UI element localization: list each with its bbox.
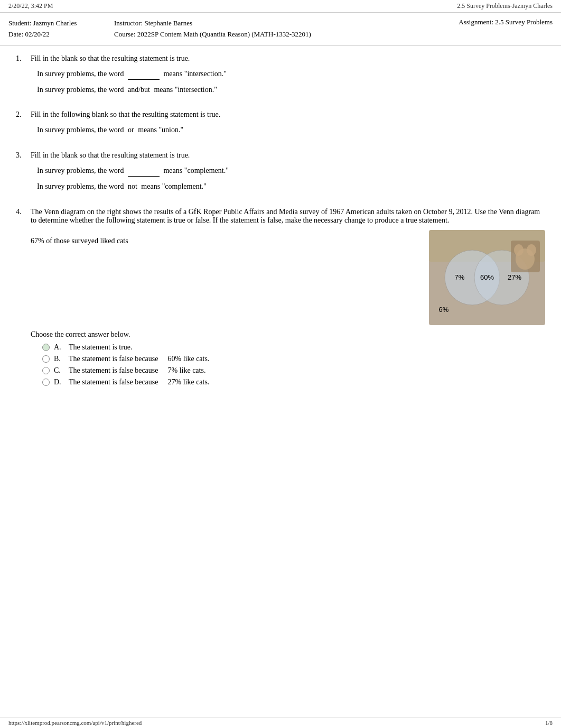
q1-s1-prefix: In survey problems, the word <box>37 70 124 78</box>
assignment-value: 2.5 Survey Problems <box>495 18 553 26</box>
q3-number: 3. <box>16 151 26 160</box>
q3-stmt1: In survey problems, the word means "comp… <box>37 165 545 177</box>
radio-c[interactable] <box>42 367 50 374</box>
question-4: 4. The Venn diagram on the right shows t… <box>16 208 545 386</box>
date-label: Date: <box>8 30 23 38</box>
question-2: 2. Fill in the following blank so that t… <box>16 110 545 136</box>
q1-stmt1: In survey problems, the word means "inte… <box>37 68 545 80</box>
q1-s1-suffix: means "intersection." <box>163 70 227 78</box>
date-line: Date: 02/20/22 <box>8 29 104 40</box>
q3-header: 3. Fill in the blank so that the resulti… <box>16 151 545 160</box>
venn-diagram: 7% 60% 27% 6% <box>429 230 545 325</box>
q2-s1-suffix: means "union." <box>138 126 183 134</box>
q2-header: 2. Fill in the following blank so that t… <box>16 110 545 119</box>
main-content: 1. Fill in the blank so that the resulti… <box>0 46 561 410</box>
q3-s1-prefix: In survey problems, the word <box>37 167 124 174</box>
svg-point-7 <box>527 244 536 256</box>
student-name: Jazmyn Charles <box>33 19 77 27</box>
venn-label-bottom: 6% <box>439 306 449 314</box>
q1-number: 1. <box>16 54 26 63</box>
choice-c-value: 7% like cats. <box>167 366 205 375</box>
choice-a[interactable]: A. The statement is true. <box>42 343 545 352</box>
course-label: Course: <box>114 30 135 38</box>
q4-header: 4. The Venn diagram on the right shows t… <box>16 208 545 225</box>
assignment-info: Assignment: 2.5 Survey Problems <box>459 18 553 26</box>
assignment-label: Assignment: <box>459 18 493 26</box>
q1-s2-prefix: In survey problems, the word <box>37 86 124 94</box>
q2-stmt1: In survey problems, the word or means "u… <box>37 124 545 136</box>
venn-label-center: 60% <box>480 273 494 281</box>
course-info: Instructor: Stephanie Barnes Course: 202… <box>114 18 448 40</box>
header-section: Student: Jazmyn Charles Date: 02/20/22 I… <box>0 13 561 46</box>
q4-instruction: The Venn diagram on the right shows the … <box>31 208 545 225</box>
venn-svg: 7% 60% 27% 6% <box>429 230 545 325</box>
course-line: Course: 2022SP Contem Math (Quantita Rea… <box>114 29 448 40</box>
q3-stmt2: In survey problems, the word not means "… <box>37 181 545 192</box>
footer-url: https://xlitemprod.pearsoncmg.com/api/v1… <box>8 720 142 726</box>
q1-stmt2: In survey problems, the word and/but mea… <box>37 84 545 96</box>
q4-choose-label: Choose the correct answer below. <box>31 330 545 339</box>
q3-s1-suffix: means "complement." <box>163 167 228 174</box>
q2-instruction: Fill in the following blank so that the … <box>31 110 220 119</box>
q1-header: 1. Fill in the blank so that the resulti… <box>16 54 545 63</box>
q3-answer1: not <box>128 182 137 190</box>
choice-c-letter: C. <box>54 366 64 375</box>
student-info: Student: Jazmyn Charles Date: 02/20/22 <box>8 18 104 40</box>
choice-a-text: The statement is true. <box>69 343 133 352</box>
choice-d-text: The statement is false because <box>69 378 158 386</box>
choice-d-value: 27% like cats. <box>167 378 209 386</box>
radio-a[interactable] <box>42 344 50 351</box>
q2-s1-prefix: In survey problems, the word <box>37 126 124 134</box>
question-1: 1. Fill in the blank so that the resulti… <box>16 54 545 96</box>
svg-point-6 <box>514 244 523 256</box>
q2-answer1: or <box>128 126 134 134</box>
q2-number: 2. <box>16 110 26 119</box>
q1-s2-suffix: means "intersection." <box>154 86 217 94</box>
radio-b[interactable] <box>42 355 50 363</box>
choice-c[interactable]: C. The statement is false because 7% lik… <box>42 366 545 375</box>
datetime-label: 2/20/22, 3:42 PM <box>8 2 53 10</box>
q3-s2-prefix: In survey problems, the word <box>37 182 124 190</box>
student-name-line: Student: Jazmyn Charles <box>8 18 104 29</box>
q4-body: 67% of those surveyed liked cats 7% 60% <box>31 230 545 325</box>
q4-number: 4. <box>16 208 26 225</box>
q3-s2-suffix: means "complement." <box>141 182 206 190</box>
top-bar: 2/20/22, 3:42 PM 2.5 Survey Problems-Jaz… <box>0 0 561 13</box>
choice-b-value: 60% like cats. <box>167 355 209 363</box>
q1-instruction: Fill in the blank so that the resulting … <box>31 54 190 63</box>
instructor-name: Stephanie Barnes <box>144 19 192 27</box>
choice-c-text: The statement is false because <box>69 366 158 375</box>
answer-choices: A. The statement is true. B. The stateme… <box>42 343 545 386</box>
choice-a-letter: A. <box>54 343 64 352</box>
page-title: 2.5 Survey Problems-Jazmyn Charles <box>457 2 553 10</box>
q3-blank1[interactable] <box>128 168 160 177</box>
date-value: 02/20/22 <box>25 30 49 38</box>
q4-statement-line: 67% of those surveyed liked cats <box>31 235 418 247</box>
student-label: Student: <box>8 19 31 27</box>
choice-b-letter: B. <box>54 355 64 363</box>
choice-d[interactable]: D. The statement is false because 27% li… <box>42 378 545 386</box>
instructor-label: Instructor: <box>114 19 143 27</box>
q1-answer1: and/but <box>128 86 150 94</box>
q4-statement: 67% of those surveyed liked cats <box>31 230 418 325</box>
choice-b[interactable]: B. The statement is false because 60% li… <box>42 355 545 363</box>
venn-label-right: 27% <box>508 273 521 281</box>
instructor-line: Instructor: Stephanie Barnes <box>114 18 448 29</box>
choice-d-letter: D. <box>54 378 64 386</box>
choice-b-text: The statement is false because <box>69 355 158 363</box>
course-value: 2022SP Contem Math (Quantita Reason) (MA… <box>137 30 311 38</box>
q1-blank1[interactable] <box>128 71 160 80</box>
radio-d[interactable] <box>42 379 50 386</box>
venn-label-left: 7% <box>455 273 465 281</box>
footer-page: 1/8 <box>545 720 553 726</box>
footer: https://xlitemprod.pearsoncmg.com/api/v1… <box>0 717 561 728</box>
q3-instruction: Fill in the blank so that the resulting … <box>31 151 190 160</box>
question-3: 3. Fill in the blank so that the resulti… <box>16 151 545 193</box>
